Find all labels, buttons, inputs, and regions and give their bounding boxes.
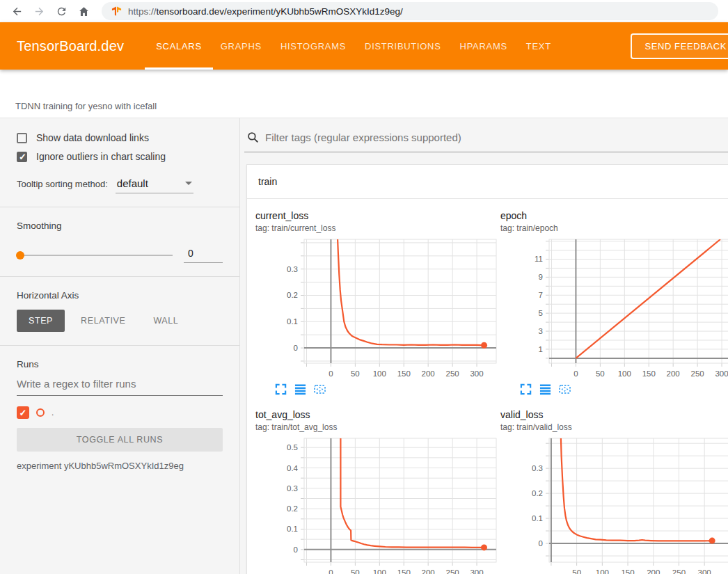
tag-group-title: train <box>258 176 277 187</box>
chart-title: valid_loss <box>500 409 728 420</box>
chart-title: tot_avg_loss <box>255 409 492 420</box>
tab-distributions[interactable]: DISTRIBUTIONS <box>365 22 441 70</box>
chart-tile: current_loss tag: train/current_loss 050… <box>247 210 492 409</box>
chart-title: epoch <box>500 210 728 221</box>
tab-scalars[interactable]: SCALARS <box>156 22 202 70</box>
svg-text:100: 100 <box>373 369 386 378</box>
dashboard-main: train current_loss tag: train/current_lo… <box>240 118 728 574</box>
line-chart[interactable]: 0501001502002503001357911 <box>500 237 728 380</box>
top-nav: SCALARS GRAPHS HISTOGRAMS DISTRIBUTIONS … <box>156 22 551 70</box>
svg-text:0.1: 0.1 <box>532 514 543 523</box>
brand-title: TensorBoard.dev <box>17 38 124 54</box>
svg-text:50: 50 <box>351 568 360 574</box>
reload-icon[interactable] <box>52 2 71 20</box>
tab-text[interactable]: TEXT <box>526 22 551 70</box>
ignore-outliers-label: Ignore outliers in chart scaling <box>36 151 166 162</box>
tooltip-sorting-select[interactable]: default <box>116 177 193 193</box>
line-chart[interactable]: 05010015020025030000.10.20.3 <box>255 237 499 380</box>
send-feedback-button[interactable]: SEND FEEDBACK <box>631 33 728 59</box>
svg-text:100: 100 <box>373 568 386 574</box>
chart-tag: tag: train/valid_loss <box>500 422 728 432</box>
svg-text:0: 0 <box>573 369 578 378</box>
tag-filter-row <box>244 128 728 152</box>
tooltip-sorting-value: default <box>117 177 148 189</box>
svg-text:7: 7 <box>539 291 543 299</box>
experiment-id-label: experiment yKUbhb5wRmOSXYkId1z9eg <box>17 461 223 471</box>
tab-graphs[interactable]: GRAPHS <box>221 22 262 70</box>
svg-text:200: 200 <box>667 369 680 378</box>
browser-toolbar: https://tensorboard.dev/experiment/yKUbh… <box>0 0 728 22</box>
back-icon[interactable] <box>7 2 26 20</box>
svg-text:100: 100 <box>596 568 609 574</box>
run-name: . <box>52 408 54 417</box>
chart-tile: valid_loss tag: train/valid_loss 5010015… <box>492 409 728 574</box>
smoothing-slider[interactable] <box>17 255 173 256</box>
svg-text:0.2: 0.2 <box>532 489 543 497</box>
svg-text:250: 250 <box>691 369 704 378</box>
svg-text:0: 0 <box>539 539 543 548</box>
svg-text:0.3: 0.3 <box>532 464 543 472</box>
svg-text:150: 150 <box>397 369 411 378</box>
svg-text:3: 3 <box>539 327 543 335</box>
svg-text:0.3: 0.3 <box>287 484 298 493</box>
chart-toolbar <box>500 383 728 395</box>
expand-chart-icon[interactable] <box>520 383 532 395</box>
tab-hparams[interactable]: HPARAMS <box>460 22 507 70</box>
runs-label: Runs <box>17 359 223 369</box>
toggle-log-scale-icon[interactable] <box>294 383 306 395</box>
svg-text:0: 0 <box>329 568 333 574</box>
svg-text:200: 200 <box>422 568 435 574</box>
svg-text:0: 0 <box>329 369 333 378</box>
svg-text:300: 300 <box>715 369 728 378</box>
expand-chart-icon[interactable] <box>275 383 287 395</box>
forward-icon[interactable] <box>29 2 49 20</box>
svg-text:0.3: 0.3 <box>287 265 298 273</box>
axis-relative-button[interactable]: RELATIVE <box>69 310 137 332</box>
toggle-all-runs-button[interactable]: TOGGLE ALL RUNS <box>17 428 223 452</box>
run-row: ✓ . <box>17 406 223 419</box>
svg-text:0: 0 <box>294 545 298 554</box>
svg-text:11: 11 <box>535 255 543 263</box>
address-bar[interactable]: https://tensorboard.dev/experiment/yKUbh… <box>102 2 718 20</box>
line-chart[interactable]: 05010015020025030000.10.20.30.40.5 <box>255 436 499 574</box>
tag-group-header[interactable]: train <box>247 165 728 199</box>
divider <box>0 345 239 346</box>
chart-tag: tag: train/current_loss <box>255 223 492 233</box>
svg-text:0.1: 0.1 <box>287 525 298 533</box>
settings-sidebar: Show data download links Ignore outliers… <box>0 118 240 574</box>
tooltip-sorting-label: Tooltip sorting method: <box>17 179 108 189</box>
url-text: https://tensorboard.dev/experiment/yKUbh… <box>128 6 403 17</box>
show-download-links-row[interactable]: Show data download links <box>17 132 223 143</box>
toggle-log-scale-icon[interactable] <box>539 383 551 395</box>
fit-domain-icon[interactable] <box>314 383 326 395</box>
show-download-links-checkbox[interactable] <box>17 133 27 143</box>
ignore-outliers-row[interactable]: Ignore outliers in chart scaling <box>17 151 223 162</box>
smoothing-slider-handle[interactable] <box>16 251 24 260</box>
tab-histograms[interactable]: HISTOGRAMS <box>280 22 346 70</box>
fit-domain-icon[interactable] <box>559 383 571 395</box>
ignore-outliers-checkbox[interactable] <box>17 152 27 162</box>
svg-text:300: 300 <box>470 369 483 378</box>
search-icon <box>247 131 259 143</box>
svg-text:250: 250 <box>446 369 459 378</box>
svg-text:0: 0 <box>294 344 298 352</box>
svg-text:100: 100 <box>618 369 631 378</box>
svg-text:50: 50 <box>596 369 605 378</box>
smoothing-label: Smoothing <box>17 221 223 231</box>
smoothing-value-field[interactable]: 0 <box>184 248 223 263</box>
divider <box>0 276 239 277</box>
axis-wall-button[interactable]: WALL <box>141 310 190 332</box>
chart-tile: tot_avg_loss tag: train/tot_avg_loss 050… <box>247 409 492 574</box>
tag-filter-input[interactable] <box>265 131 728 143</box>
svg-text:0.4: 0.4 <box>287 464 299 472</box>
chart-tag: tag: train/tot_avg_loss <box>255 422 492 432</box>
axis-step-button[interactable]: STEP <box>17 310 65 332</box>
chart-tag: tag: train/epoch <box>500 223 728 233</box>
svg-text:9: 9 <box>539 273 543 281</box>
line-chart[interactable]: 5010015020025030000.10.20.3 <box>500 436 728 574</box>
svg-text:150: 150 <box>397 568 411 574</box>
runs-filter-input[interactable] <box>17 378 223 390</box>
run-checkbox[interactable]: ✓ <box>17 406 29 419</box>
svg-text:5: 5 <box>539 309 543 317</box>
home-icon[interactable] <box>74 2 93 20</box>
